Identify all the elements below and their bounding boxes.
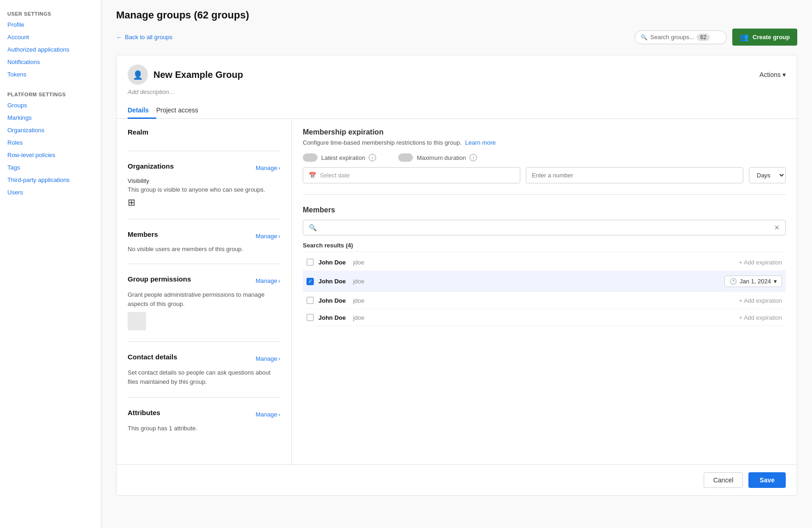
sidebar: USER SETTINGS Profile Account Authorized… bbox=[0, 0, 101, 528]
member-checkbox-4[interactable] bbox=[306, 314, 314, 321]
chevron-right-icon-perms bbox=[278, 277, 280, 284]
select-date-placeholder: Select date bbox=[320, 172, 350, 179]
search-placeholder: Search groups... bbox=[650, 34, 694, 41]
member-username-2: jdoe bbox=[353, 278, 365, 285]
chevron-right-icon-attrs bbox=[278, 411, 280, 418]
right-members-section: Members 🔍 ✕ Search results (4) John Doe … bbox=[303, 206, 786, 326]
member-username-1: jdoe bbox=[353, 259, 365, 266]
clear-search-icon[interactable]: ✕ bbox=[774, 224, 780, 231]
search-count-badge: 62 bbox=[697, 34, 709, 41]
card-body: Realm Organizations Manage Visibility Th… bbox=[117, 119, 797, 464]
no-members-text: No visible users are members of this gro… bbox=[128, 246, 280, 252]
sidebar-item-third-party-applications[interactable]: Third-party applications bbox=[0, 174, 101, 186]
search-icon bbox=[641, 34, 647, 41]
save-button[interactable]: Save bbox=[748, 472, 786, 488]
select-date-input[interactable]: Select date bbox=[303, 167, 520, 183]
member-checkbox-1[interactable] bbox=[306, 258, 314, 266]
visibility-text: This group is visible to anyone who can … bbox=[128, 186, 280, 193]
membership-expiration-section: Membership expiration Configure time-bas… bbox=[303, 128, 786, 195]
organizations-manage-link[interactable]: Manage bbox=[256, 164, 280, 171]
group-description[interactable]: Add description… bbox=[117, 85, 797, 95]
right-members-title: Members bbox=[303, 206, 786, 214]
top-bar: Back to all groups Search groups... 62 👥… bbox=[116, 29, 797, 46]
organizations-title: Organizations bbox=[128, 162, 174, 170]
attributes-desc: This group has 1 attribute. bbox=[128, 424, 280, 433]
organizations-manage-label: Manage bbox=[256, 164, 277, 171]
chevron-right-icon bbox=[278, 164, 280, 171]
enter-number-input[interactable] bbox=[526, 167, 743, 183]
sidebar-item-markings[interactable]: Markings bbox=[0, 111, 101, 124]
member-name-3: John Doe bbox=[318, 297, 346, 304]
maximum-duration-toggle[interactable] bbox=[398, 153, 413, 162]
sidebar-item-account[interactable]: Account bbox=[0, 31, 101, 43]
membership-desc-text: Configure time-based membership restrict… bbox=[303, 139, 462, 146]
contact-details-section: Contact details Manage Set contact detai… bbox=[128, 353, 280, 398]
grid-icon: ⊞ bbox=[128, 197, 135, 208]
toggle-row: Latest expiration i Maximum duration i bbox=[303, 153, 786, 162]
days-select[interactable]: Days bbox=[749, 167, 786, 183]
member-search-input[interactable] bbox=[320, 224, 771, 231]
maximum-duration-toggle-item: Maximum duration i bbox=[398, 153, 477, 162]
group-permissions-manage-link[interactable]: Manage bbox=[256, 277, 280, 284]
member-name-4: John Doe bbox=[318, 314, 346, 321]
sidebar-item-users[interactable]: Users bbox=[0, 186, 101, 199]
group-permissions-section: Group permissions Manage Grant people ad… bbox=[128, 275, 280, 342]
contact-details-desc: Set contact details so people can ask qu… bbox=[128, 368, 280, 386]
user-settings-label: USER SETTINGS bbox=[0, 7, 101, 18]
tab-details[interactable]: Details bbox=[128, 103, 156, 119]
search-groups-box[interactable]: Search groups... 62 bbox=[635, 30, 727, 44]
create-group-button[interactable]: 👥 Create group bbox=[732, 29, 797, 46]
sidebar-item-roles[interactable]: Roles bbox=[0, 136, 101, 149]
main-content: Manage groups (62 groups) Back to all gr… bbox=[101, 0, 812, 528]
group-avatar bbox=[128, 65, 148, 85]
latest-expiration-toggle[interactable] bbox=[303, 153, 318, 162]
actions-button[interactable]: Actions bbox=[759, 71, 786, 78]
members-header: Members Manage bbox=[128, 230, 280, 242]
sidebar-item-notifications[interactable]: Notifications bbox=[0, 56, 101, 68]
realm-section: Realm bbox=[128, 128, 280, 151]
add-expiration-btn-3[interactable]: + Add expiration bbox=[739, 297, 782, 304]
organizations-section: Organizations Manage Visibility This gro… bbox=[128, 162, 280, 219]
attributes-manage-link[interactable]: Manage bbox=[256, 411, 280, 418]
arrow-left-icon bbox=[116, 34, 122, 41]
member-name-2: John Doe bbox=[318, 278, 346, 285]
expiration-date-label-2: Jan 1, 2024 bbox=[740, 278, 771, 285]
latest-expiration-info-icon[interactable]: i bbox=[369, 154, 376, 161]
chevron-down-icon-badge bbox=[774, 278, 777, 285]
sidebar-item-profile[interactable]: Profile bbox=[0, 18, 101, 31]
create-group-label: Create group bbox=[753, 34, 790, 41]
search-results-header: Search results (4) bbox=[303, 239, 786, 252]
back-link[interactable]: Back to all groups bbox=[116, 34, 172, 41]
latest-expiration-label: Latest expiration bbox=[321, 154, 365, 161]
group-header: New Example Group Actions bbox=[117, 55, 797, 85]
contact-details-manage-link[interactable]: Manage bbox=[256, 355, 280, 362]
tab-project-access[interactable]: Project access bbox=[156, 103, 206, 119]
group-tabs: Details Project access bbox=[117, 95, 797, 119]
left-members-section: Members Manage No visible users are memb… bbox=[128, 230, 280, 264]
right-column: Membership expiration Configure time-bas… bbox=[292, 119, 797, 464]
date-inputs-row: Select date Days bbox=[303, 167, 786, 183]
member-checkbox-3[interactable] bbox=[306, 297, 314, 304]
sidebar-item-groups[interactable]: Groups bbox=[0, 99, 101, 111]
maximum-duration-info-icon[interactable]: i bbox=[470, 154, 477, 161]
permissions-placeholder-box bbox=[128, 312, 146, 330]
members-manage-link[interactable]: Manage bbox=[256, 233, 280, 240]
sidebar-item-organizations[interactable]: Organizations bbox=[0, 124, 101, 136]
organizations-header: Organizations Manage bbox=[128, 162, 280, 174]
top-right-controls: Search groups... 62 👥 Create group bbox=[635, 29, 797, 46]
add-expiration-btn-1[interactable]: + Add expiration bbox=[739, 259, 782, 266]
learn-more-link[interactable]: Learn more bbox=[465, 139, 495, 146]
sidebar-item-authorized-applications[interactable]: Authorized applications bbox=[0, 43, 101, 56]
page-title: Manage groups (62 groups) bbox=[116, 9, 797, 21]
cancel-button[interactable]: Cancel bbox=[704, 472, 743, 488]
sidebar-item-tokens[interactable]: Tokens bbox=[0, 68, 101, 81]
member-checkbox-2[interactable] bbox=[306, 278, 314, 285]
expiration-date-badge-2[interactable]: Jan 1, 2024 bbox=[724, 276, 782, 287]
members-manage-label: Manage bbox=[256, 233, 277, 240]
sidebar-item-tags[interactable]: Tags bbox=[0, 161, 101, 174]
sidebar-item-row-level-policies[interactable]: Row-level policies bbox=[0, 149, 101, 161]
back-link-label: Back to all groups bbox=[125, 34, 172, 41]
member-name-1: John Doe bbox=[318, 259, 346, 266]
group-permissions-title: Group permissions bbox=[128, 275, 191, 283]
add-expiration-btn-4[interactable]: + Add expiration bbox=[739, 314, 782, 321]
